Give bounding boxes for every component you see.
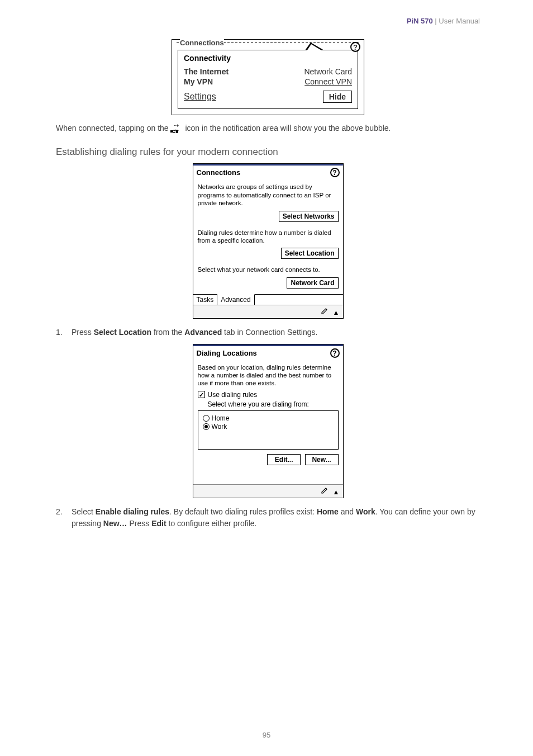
connectivity-bubble: Connectivity The Internet Network Card M… <box>178 50 358 109</box>
sip-bar: ▲ <box>193 484 343 498</box>
step-2: 2. Select Enable dialing rules. By defau… <box>56 506 480 530</box>
select-location-button[interactable]: Select Location <box>281 248 339 259</box>
s2-m2: and <box>339 507 356 516</box>
internet-status: Network Card <box>304 67 352 76</box>
step-1: 1. Press Select Location from the Advanc… <box>56 327 480 338</box>
figure-connections-advanced: Connections ? Networks are groups of set… <box>56 163 480 318</box>
s2-b5: Edit <box>151 519 166 528</box>
sip-arrow-icon[interactable]: ▲ <box>333 488 340 496</box>
dialing-locations-screenshot: Dialing Locations ? Based on your locati… <box>193 344 344 498</box>
dialing-locations-description: Based on your location, dialing rules de… <box>198 363 339 388</box>
para1-post: icon in the notification area will show … <box>185 124 391 133</box>
svg-rect-3 <box>176 130 178 133</box>
step1-post: tab in Connection Settings. <box>222 328 317 337</box>
radio-work-row[interactable]: Work <box>203 423 334 431</box>
paragraph-bubble-explain: When connected, tapping on the ⇢⇠ icon i… <box>56 122 480 134</box>
row-internet: The Internet Network Card <box>184 67 352 76</box>
radio-dot-icon <box>204 425 208 428</box>
dialing-body: Based on your location, dialing rules de… <box>193 360 343 484</box>
heading-dialing-rules: Establishing dialing rules for your mode… <box>56 147 480 158</box>
s2-pre: Select <box>72 507 96 516</box>
bubble-footer: Settings Hide <box>184 91 352 103</box>
tab-tasks[interactable]: Tasks <box>193 295 218 305</box>
connection-notification-icon: ⇢⇠ <box>170 123 183 134</box>
connections-advanced-screenshot: Connections ? Networks are groups of set… <box>193 163 344 318</box>
use-dialing-rules-label: Use dialing rules <box>208 391 258 399</box>
network-card-button[interactable]: Network Card <box>287 277 338 289</box>
row-vpn: My VPN Connect VPN <box>184 77 352 86</box>
connect-vpn-link[interactable]: Connect VPN <box>304 77 352 86</box>
location-list: Home Work <box>198 410 339 450</box>
s2-m1: . By default two dialing rules profiles … <box>169 507 317 516</box>
select-location-label: Select where you are dialing from: <box>198 400 339 408</box>
title-connections: Connections <box>197 168 241 177</box>
step-1-number: 1. <box>56 327 72 338</box>
svg-rect-0 <box>170 130 173 133</box>
vpn-label: My VPN <box>184 77 213 86</box>
step1-pre: Press <box>72 328 94 337</box>
step1-mid: from the <box>151 328 184 337</box>
use-dialing-rules-checkbox[interactable]: ✓ <box>198 391 205 398</box>
select-networks-button[interactable]: Select Networks <box>279 211 339 222</box>
figure-dialing-locations: Dialing Locations ? Based on your locati… <box>56 344 480 498</box>
network-card-description: Select what your network card connects t… <box>198 266 339 273</box>
step-2-text: Select Enable dialing rules. By default … <box>72 506 480 530</box>
edit-button[interactable]: Edit... <box>267 454 301 465</box>
new-button[interactable]: New... <box>305 454 339 465</box>
title-dialing-locations: Dialing Locations <box>197 349 257 357</box>
help-icon[interactable]: ? <box>330 348 340 358</box>
step-1-text: Press Select Location from the Advanced … <box>72 327 317 338</box>
step1-b2: Advanced <box>184 328 222 337</box>
header-suffix: | User Manual <box>433 17 480 25</box>
connectivity-screenshot: Connections ? Connectivity The Internet … <box>172 39 364 115</box>
s2-post: to configure either profile. <box>166 519 257 528</box>
settings-link[interactable]: Settings <box>184 92 216 102</box>
edit-pencil-icon[interactable] <box>321 486 329 494</box>
plug-glyph <box>170 129 179 134</box>
edit-new-buttons: Edit... New... <box>198 454 339 465</box>
product-name: PiN 570 <box>407 17 433 25</box>
edit-pencil-icon[interactable] <box>321 307 329 315</box>
s2-b2: Home <box>317 507 339 516</box>
connections-body: Networks are groups of settings used by … <box>193 179 343 294</box>
radio-work[interactable] <box>203 423 210 430</box>
internet-label: The Internet <box>184 67 229 76</box>
check-mark-icon: ✓ <box>199 392 204 398</box>
networks-description: Networks are groups of settings used by … <box>198 183 339 207</box>
bubble-title: Connectivity <box>184 54 352 63</box>
titlebar-dialing: Dialing Locations ? <box>193 344 343 360</box>
radio-home[interactable] <box>203 415 210 422</box>
para1-pre: When connected, tapping on the <box>56 124 170 133</box>
titlebar-connections: Connections ? <box>193 164 343 179</box>
sip-arrow-icon[interactable]: ▲ <box>333 309 340 316</box>
figure-connectivity-bubble: Connections ? Connectivity The Internet … <box>56 39 480 115</box>
radio-home-row[interactable]: Home <box>203 414 334 422</box>
step-2-number: 2. <box>56 506 72 530</box>
step1-b1: Select Location <box>94 328 151 337</box>
radio-home-label: Home <box>212 414 230 422</box>
help-icon[interactable]: ? <box>330 168 340 177</box>
bubble-tail-decoration <box>305 42 324 50</box>
radio-work-label: Work <box>212 423 227 431</box>
s2-b1: Enable dialing rules <box>96 507 169 516</box>
dialing-description: Dialing rules determine how a number is … <box>198 229 339 245</box>
s2-m4: Press <box>127 519 152 528</box>
sip-bar: ▲ <box>193 305 343 318</box>
use-dialing-rules-row[interactable]: ✓ Use dialing rules <box>198 391 339 399</box>
page-number: 95 <box>0 731 533 739</box>
page-header: PiN 570 | User Manual <box>56 17 480 25</box>
window-title-torn: Connections <box>180 39 224 47</box>
tab-advanced[interactable]: Advanced <box>217 294 254 305</box>
s2-b3: Work <box>356 507 375 516</box>
s2-b4: New… <box>103 519 127 528</box>
hide-button[interactable]: Hide <box>323 91 352 103</box>
tab-bar: Tasks Advanced <box>193 294 343 305</box>
